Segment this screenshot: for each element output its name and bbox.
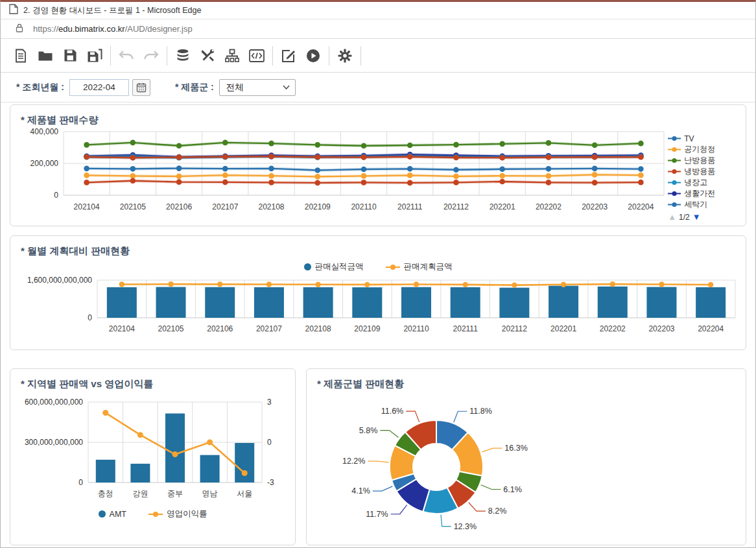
title-bar: 2. 경영 현황 대시보드 - 프로필 1 - Microsoft Edge [1, 2, 755, 19]
panel-title: * 월별 계획대비 판매현황 [10, 236, 746, 257]
panel-product-group-sales: * 제품군별 판매현황 11.8%16.3%6.1%8.2%12.3%11.7%… [306, 368, 746, 545]
svg-text:600,000,000,000: 600,000,000,000 [24, 398, 82, 407]
legend-page-indicator: 1/2 [679, 213, 690, 222]
legend-item[interactable]: 판매실적금액 [304, 261, 364, 272]
legend-label: AMT [110, 510, 126, 519]
svg-text:-3: -3 [267, 478, 274, 487]
date-filter-label: * 조회년월 : [16, 82, 64, 93]
calendar-icon [136, 82, 147, 93]
legend-item[interactable]: 냉방용품 [668, 166, 740, 177]
url-path: /AUD/designer.jsp [125, 24, 193, 34]
legend-page-up[interactable]: ▲ [668, 212, 676, 222]
product-select-value: 전체 [226, 82, 244, 93]
chevron-down-icon [283, 85, 290, 89]
panel-title: * 제품별 판매수량 [10, 105, 746, 126]
legend-item[interactable]: 냉장고 [668, 177, 740, 188]
legend-label: 냉방용품 [684, 166, 715, 177]
legend-pager: ▲1/2▼ [668, 212, 740, 222]
svg-text:202202: 202202 [536, 202, 561, 211]
open-folder-button[interactable] [33, 44, 58, 67]
legend-label: 생활가전 [684, 188, 715, 199]
svg-text:202111: 202111 [397, 202, 423, 211]
toolbar-separator [167, 46, 167, 66]
legend-item[interactable]: AMT [99, 510, 126, 519]
svg-text:202109: 202109 [354, 324, 380, 333]
svg-text:11.7%: 11.7% [366, 510, 388, 519]
combo-chart-legend: 판매실적금액 판매계획금액 [10, 261, 746, 272]
legend-item[interactable]: 세탁기 [668, 199, 740, 210]
legend-label: 세탁기 [684, 199, 707, 210]
edit-button[interactable] [276, 44, 301, 67]
toolbar-separator [329, 46, 329, 66]
svg-text:영남: 영남 [202, 489, 217, 498]
legend-item[interactable]: 영업이익률 [148, 508, 207, 519]
svg-text:0: 0 [54, 191, 58, 200]
svg-text:1,600,000,000,000: 1,600,000,000,000 [27, 276, 92, 285]
series-marker [668, 169, 681, 174]
svg-text:0: 0 [88, 313, 92, 322]
code-button[interactable] [244, 44, 269, 67]
legend-item[interactable]: 판매계획금액 [386, 261, 453, 272]
svg-text:202108: 202108 [259, 202, 285, 211]
browser-window: 2. 경영 현황 대시보드 - 프로필 1 - Microsoft Edge h… [0, 0, 756, 548]
svg-text:202112: 202112 [443, 202, 469, 211]
svg-text:202204: 202204 [698, 324, 724, 333]
product-select[interactable]: 전체 [219, 79, 296, 96]
legend-label: 판매실적금액 [315, 261, 364, 272]
legend-label: 판매계획금액 [404, 261, 453, 272]
lock-icon [15, 23, 24, 36]
region-chart-legend: AMT 영업이익률 [10, 508, 295, 519]
settings-button[interactable] [333, 44, 357, 67]
database-button[interactable] [171, 44, 195, 67]
legend-label: TV [684, 134, 694, 143]
series-marker [148, 511, 163, 518]
svg-text:400,000: 400,000 [30, 128, 59, 136]
svg-text:202201: 202201 [490, 202, 515, 211]
date-input[interactable] [69, 79, 129, 96]
svg-text:202203: 202203 [582, 202, 608, 211]
svg-text:11.6%: 11.6% [381, 407, 404, 416]
panel-region-sales-vs-profit: * 지역별 판매액 vs 영업이익률 0-3300,000,000,000060… [10, 368, 296, 545]
legend-item[interactable]: 공기청정 [668, 144, 740, 155]
series-marker [99, 510, 106, 518]
legend-item[interactable]: 난방용품 [668, 155, 740, 166]
window-title: 2. 경영 현황 대시보드 - 프로필 1 - Microsoft Edge [23, 5, 201, 16]
svg-text:0: 0 [78, 478, 83, 487]
panel-monthly-plan-vs-actual: * 월별 계획대비 판매현황 판매실적금액 판매계획금액 01,600,000,… [10, 235, 746, 350]
svg-text:12.2%: 12.2% [342, 457, 365, 466]
svg-text:202112: 202112 [502, 324, 527, 333]
run-button[interactable] [301, 44, 325, 67]
series-marker [668, 202, 681, 208]
legend-label: 공기청정 [684, 144, 715, 155]
url-text[interactable]: https://edu.bimatrix.co.kr/AUD/designer.… [33, 24, 193, 34]
series-marker [668, 136, 681, 141]
new-document-button[interactable] [8, 44, 33, 67]
toolbar-separator [272, 46, 273, 66]
series-marker [668, 191, 681, 197]
undo-button[interactable] [114, 44, 139, 67]
legend-label: 냉장고 [684, 177, 707, 188]
svg-text:202107: 202107 [256, 324, 282, 333]
save-button[interactable] [58, 44, 82, 67]
series-marker [668, 158, 681, 163]
redo-button[interactable] [139, 44, 163, 67]
series-marker [668, 147, 681, 152]
address-bar[interactable]: https://edu.bimatrix.co.kr/AUD/designer.… [1, 19, 755, 39]
svg-text:202105: 202105 [158, 324, 184, 333]
region-combo-chart: 0-3300,000,000,0000600,000,000,0003충청강원중… [16, 396, 290, 507]
svg-text:202110: 202110 [403, 324, 429, 333]
series-marker [668, 180, 681, 185]
legend-page-down[interactable]: ▼ [692, 212, 701, 222]
svg-text:16.3%: 16.3% [504, 444, 527, 453]
tools-button[interactable] [195, 44, 220, 67]
legend-item[interactable]: 생활가전 [668, 188, 740, 199]
calendar-button[interactable] [132, 79, 150, 96]
toolbar-separator [110, 46, 111, 66]
save-as-button[interactable] [82, 44, 107, 67]
svg-text:5.8%: 5.8% [359, 426, 378, 435]
svg-text:300,000,000,000: 300,000,000,000 [24, 438, 82, 447]
hierarchy-button[interactable] [220, 44, 244, 67]
legend-item[interactable]: TV [668, 133, 740, 144]
svg-text:충청: 충청 [97, 489, 113, 498]
svg-text:202201: 202201 [550, 324, 576, 333]
